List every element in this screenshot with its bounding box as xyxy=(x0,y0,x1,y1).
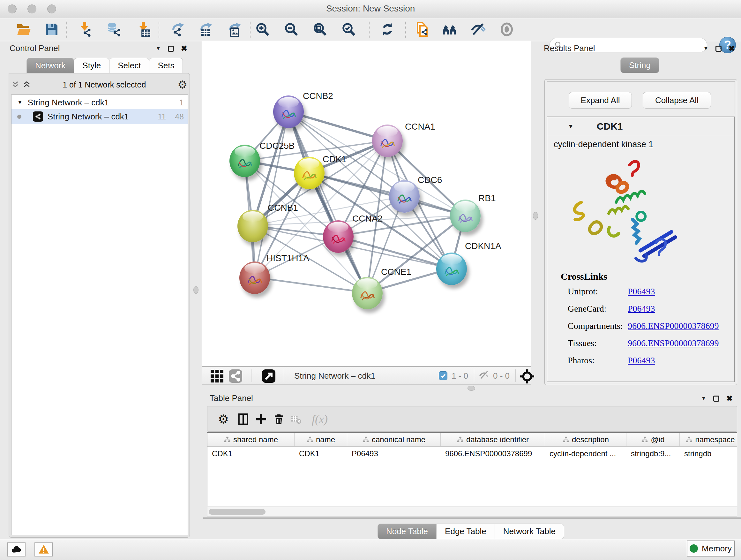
table-options-gear-icon[interactable]: ⚙ xyxy=(215,411,232,428)
results-panel-float-icon[interactable] xyxy=(716,46,722,52)
table-row[interactable]: CDK1CDK1P064939606.ENSP00000378699cyclin… xyxy=(207,447,737,461)
tab-network[interactable]: Network xyxy=(26,58,74,73)
network-options-gear-icon[interactable]: ⚙ xyxy=(178,79,187,90)
tab-sets[interactable]: Sets xyxy=(149,58,183,73)
network-node-CDC25B[interactable] xyxy=(229,145,260,177)
memory-label: Memory xyxy=(702,544,732,554)
crosslink-link[interactable]: 9606.ENSP00000378699 xyxy=(628,338,719,348)
import-network-from-file-icon[interactable] xyxy=(76,21,93,38)
main-toolbar: ? xyxy=(0,18,741,41)
collection-expand-icon[interactable]: ▼ xyxy=(17,99,23,106)
network-canvas[interactable]: CCNB2 CCNA1 CDC25B CDK1 CDC6 RB1CCNB1 CC… xyxy=(202,41,531,367)
network-node-count: 11 xyxy=(158,112,166,121)
crosslink-link[interactable]: 9606.ENSP00000378699 xyxy=(628,321,719,331)
table-horizontal-scrollbar[interactable] xyxy=(207,507,737,516)
column-header-id[interactable]: @id xyxy=(626,433,680,446)
network-node-CDK1[interactable] xyxy=(294,157,325,189)
results-panel-title: Results Panel xyxy=(544,44,595,53)
network-share-view-icon[interactable] xyxy=(227,368,244,385)
results-panel-menu-icon[interactable]: ▼ xyxy=(703,46,709,51)
column-header-namespace[interactable]: namespace xyxy=(680,433,737,446)
table-panel-menu-icon[interactable]: ▼ xyxy=(701,396,706,401)
clone-network-icon[interactable] xyxy=(414,21,431,38)
memory-button[interactable]: Memory xyxy=(687,541,735,557)
collapse-all-button[interactable]: Collapse All xyxy=(643,92,711,109)
birds-eye-view-icon[interactable] xyxy=(260,368,277,385)
zoom-in-icon[interactable] xyxy=(254,21,271,38)
crosslink-row: GeneCard: P06493 xyxy=(568,304,727,314)
crosslink-link[interactable]: P06493 xyxy=(628,355,655,366)
apply-layout-icon[interactable] xyxy=(379,21,396,38)
import-network-from-database-icon[interactable] xyxy=(105,21,123,38)
grid-view-icon[interactable] xyxy=(208,368,226,385)
add-column-icon[interactable] xyxy=(253,411,269,428)
control-panel-close-icon[interactable]: ✖ xyxy=(181,45,187,52)
column-header-shared-name[interactable]: shared name xyxy=(207,433,294,446)
expand-all-button[interactable]: Expand All xyxy=(569,92,632,109)
first-neighbors-icon[interactable] xyxy=(441,21,458,38)
table-cell: P06493 xyxy=(347,447,441,461)
left-splitter-handle[interactable] xyxy=(193,286,199,294)
selected-checkbox[interactable] xyxy=(439,371,448,380)
crosslink-link[interactable]: P06493 xyxy=(628,304,655,314)
control-panel: Control Panel ▼ ✖ NetworkStyleSelectSets… xyxy=(3,42,190,538)
zoom-fit-icon[interactable] xyxy=(312,21,329,38)
network-node-CDC6[interactable] xyxy=(389,180,420,212)
tab-string[interactable]: String xyxy=(620,57,659,73)
network-node-CCNA2[interactable] xyxy=(323,220,354,253)
network-node-CCNB1[interactable] xyxy=(238,210,268,242)
node-label-CCNB2: CCNB2 xyxy=(303,91,333,101)
control-panel-float-icon[interactable] xyxy=(168,46,174,52)
status-bar: Memory xyxy=(0,539,741,560)
crosslinks-heading: CrossLinks xyxy=(561,271,607,282)
show-all-icon[interactable] xyxy=(498,21,515,38)
tab-node-table[interactable]: Node Table xyxy=(378,523,436,539)
zoom-selected-icon[interactable] xyxy=(340,21,357,38)
control-panel-menu-icon[interactable]: ▼ xyxy=(156,46,161,51)
tab-network-table[interactable]: Network Table xyxy=(495,523,564,539)
node-gloss xyxy=(243,211,263,222)
network-collection-row[interactable]: ▼ String Network – cdk1 1 xyxy=(11,95,188,109)
warnings-button[interactable] xyxy=(35,543,53,557)
network-row[interactable]: String Network – cdk1 11 48 xyxy=(11,109,188,124)
table-panel-float-icon[interactable] xyxy=(713,395,719,401)
right-splitter-handle[interactable] xyxy=(533,212,538,220)
tab-select[interactable]: Select xyxy=(110,58,149,73)
open-session-icon[interactable] xyxy=(15,21,32,38)
zoom-out-icon[interactable] xyxy=(283,21,300,38)
delete-row-trash-icon[interactable] xyxy=(271,411,287,428)
cloud-status-button[interactable] xyxy=(7,543,25,557)
fit-content-crosshair-icon[interactable] xyxy=(519,368,536,385)
collapse-all-icon[interactable] xyxy=(11,80,19,89)
warning-icon xyxy=(38,544,50,555)
expand-all-icon[interactable] xyxy=(23,80,31,89)
protein-section-header[interactable]: ▼ CDK1 xyxy=(547,117,734,136)
network-node-RB1[interactable] xyxy=(450,199,481,232)
scrollbar-thumb[interactable] xyxy=(209,509,266,515)
export-table-icon[interactable] xyxy=(198,21,215,38)
hide-selection-icon[interactable] xyxy=(469,21,487,38)
node-label-CCNB1: CCNB1 xyxy=(268,203,298,213)
section-collapse-icon[interactable]: ▼ xyxy=(568,123,574,130)
network-node-CCNB2[interactable] xyxy=(273,96,304,128)
import-table-from-file-icon[interactable] xyxy=(135,21,152,38)
network-node-CDKN1A[interactable] xyxy=(436,253,467,285)
column-header-canonical-name[interactable]: canonical name xyxy=(347,433,441,446)
crosslink-link[interactable]: P06493 xyxy=(628,287,655,297)
network-node-CCNE1[interactable] xyxy=(352,277,383,309)
column-header-database-identifier[interactable]: database identifier xyxy=(441,433,545,446)
network-node-CCNA1[interactable] xyxy=(372,125,403,157)
crosslink-label: Pharos: xyxy=(568,355,595,365)
results-panel-close-icon[interactable]: ✖ xyxy=(729,45,735,52)
export-network-icon[interactable] xyxy=(170,21,187,38)
save-session-icon[interactable] xyxy=(43,21,60,38)
column-header-name[interactable]: name xyxy=(294,433,347,446)
export-image-icon[interactable] xyxy=(226,21,244,38)
tab-style[interactable]: Style xyxy=(74,58,110,73)
show-columns-icon[interactable] xyxy=(235,411,252,428)
memory-status-dot xyxy=(690,544,698,553)
column-header-description[interactable]: description xyxy=(545,433,626,446)
network-node-HIST1H1A[interactable] xyxy=(239,261,270,294)
tab-edge-table[interactable]: Edge Table xyxy=(436,523,495,539)
table-panel-close-icon[interactable]: ✖ xyxy=(726,395,733,402)
